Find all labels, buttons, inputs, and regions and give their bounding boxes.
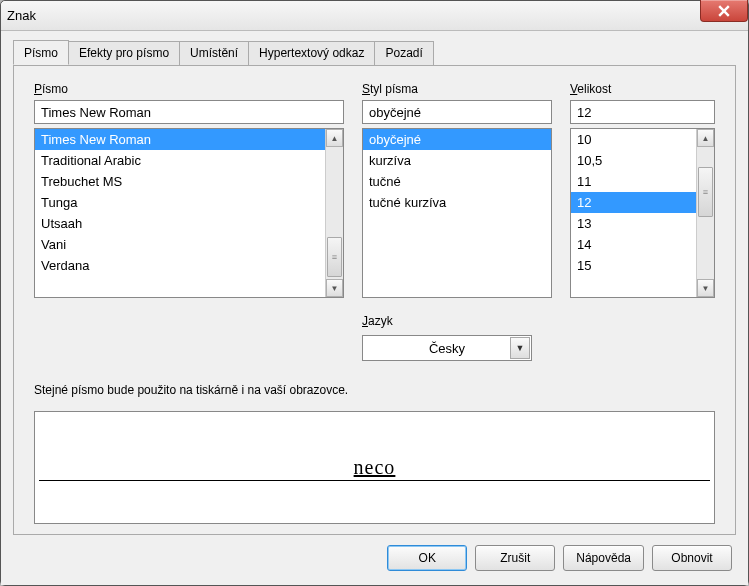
font-style-column: Styl písma obyčejné kurzíva tučné tučné … — [362, 82, 552, 298]
ok-button[interactable]: OK — [387, 545, 467, 571]
list-item[interactable]: Vani — [35, 234, 325, 255]
close-button[interactable] — [700, 0, 748, 22]
font-size-input[interactable] — [570, 100, 715, 124]
language-label: Jazyk — [362, 314, 715, 328]
scroll-up-icon[interactable]: ▲ — [326, 129, 343, 147]
preview-underline — [39, 480, 710, 481]
close-icon — [718, 5, 730, 17]
font-style-listbox[interactable]: obyčejné kurzíva tučné tučné kurzíva — [362, 128, 552, 298]
window-title: Znak — [7, 8, 36, 23]
reset-button[interactable]: Obnovit — [652, 545, 732, 571]
cancel-button[interactable]: Zrušit — [475, 545, 555, 571]
font-style-label: Styl písma — [362, 82, 552, 96]
font-size-column: Velikost 10 10,5 11 12 13 14 15 — [570, 82, 715, 298]
chevron-down-icon[interactable]: ▼ — [510, 337, 530, 359]
list-item[interactable]: tučné — [363, 171, 551, 192]
scroll-up-icon[interactable]: ▲ — [697, 129, 714, 147]
font-size-listbox[interactable]: 10 10,5 11 12 13 14 15 ▲ — [570, 128, 715, 298]
list-item[interactable]: Verdana — [35, 255, 325, 276]
font-size-label: Velikost — [570, 82, 715, 96]
font-name-listbox[interactable]: Times New Roman Traditional Arabic Trebu… — [34, 128, 344, 298]
button-bar: OK Zrušit Nápověda Obnovit — [13, 535, 736, 573]
scroll-down-icon[interactable]: ▼ — [326, 279, 343, 297]
list-item[interactable]: 10 — [571, 129, 696, 150]
list-item[interactable]: 12 — [571, 192, 696, 213]
tab-background[interactable]: Pozadí — [374, 41, 433, 65]
character-dialog: Znak Písmo Efekty pro písmo Umístění Hyp… — [0, 0, 749, 586]
preview-text: neco — [354, 456, 396, 479]
list-item[interactable]: Utsaah — [35, 213, 325, 234]
font-columns: Písmo Times New Roman Traditional Arabic… — [34, 82, 715, 298]
size-list-scrollbar[interactable]: ▲ ▼ — [696, 129, 714, 297]
language-combo[interactable]: Česky ▼ — [362, 335, 532, 361]
tab-font[interactable]: Písmo — [13, 40, 69, 65]
list-item[interactable]: 13 — [571, 213, 696, 234]
tabstrip: Písmo Efekty pro písmo Umístění Hypertex… — [13, 41, 736, 66]
language-row: Jazyk Česky ▼ — [34, 314, 715, 361]
scroll-thumb[interactable] — [698, 167, 713, 217]
language-value: Česky — [429, 341, 465, 356]
titlebar: Znak — [1, 1, 748, 31]
tab-effects[interactable]: Efekty pro písmo — [68, 41, 180, 65]
list-item[interactable]: 14 — [571, 234, 696, 255]
font-style-input[interactable] — [362, 100, 552, 124]
tab-hyperlink[interactable]: Hypertextový odkaz — [248, 41, 375, 65]
preview-area: neco — [34, 411, 715, 524]
list-item[interactable]: 10,5 — [571, 150, 696, 171]
list-item[interactable]: 15 — [571, 255, 696, 276]
font-name-label: Písmo — [34, 82, 344, 96]
list-item[interactable]: tučné kurzíva — [363, 192, 551, 213]
dialog-body: Písmo Efekty pro písmo Umístění Hypertex… — [1, 31, 748, 585]
scroll-thumb[interactable] — [327, 237, 342, 277]
font-panel: Písmo Times New Roman Traditional Arabic… — [13, 66, 736, 535]
font-list-scrollbar[interactable]: ▲ ▼ — [325, 129, 343, 297]
list-item[interactable]: Tunga — [35, 192, 325, 213]
font-name-input[interactable] — [34, 100, 344, 124]
list-item[interactable]: Traditional Arabic — [35, 150, 325, 171]
scroll-down-icon[interactable]: ▼ — [697, 279, 714, 297]
info-text: Stejné písmo bude použito na tiskárně i … — [34, 383, 715, 397]
font-name-column: Písmo Times New Roman Traditional Arabic… — [34, 82, 344, 298]
list-item[interactable]: 11 — [571, 171, 696, 192]
list-item[interactable]: obyčejné — [363, 129, 551, 150]
list-item[interactable]: Trebuchet MS — [35, 171, 325, 192]
tab-position[interactable]: Umístění — [179, 41, 249, 65]
list-item[interactable]: Times New Roman — [35, 129, 325, 150]
help-button[interactable]: Nápověda — [563, 545, 644, 571]
list-item[interactable]: kurzíva — [363, 150, 551, 171]
